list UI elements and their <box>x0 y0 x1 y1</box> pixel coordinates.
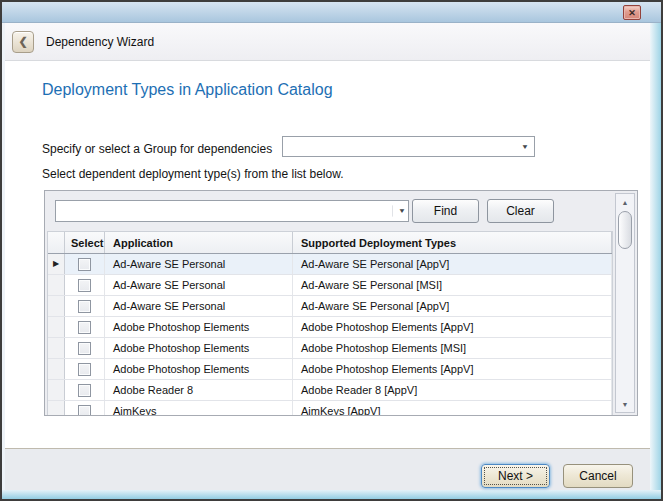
row-application: AimKeys <box>105 401 293 415</box>
row-select-cell <box>65 380 105 400</box>
row-checkbox[interactable] <box>78 300 91 313</box>
row-indicator-icon: ▶ <box>53 260 59 268</box>
row-indicator-cell <box>48 380 65 400</box>
row-select-cell <box>65 338 105 358</box>
row-deployment-type: Ad-Aware SE Personal [AppV] <box>293 296 612 316</box>
table-row[interactable]: ▶ Ad-Aware SE Personal Ad-Aware SE Perso… <box>48 254 612 275</box>
row-checkbox[interactable] <box>78 363 91 376</box>
table-row[interactable]: Adobe Photoshop Elements Adobe Photoshop… <box>48 317 612 338</box>
row-indicator-cell <box>48 317 65 337</box>
row-checkbox[interactable] <box>78 384 91 397</box>
chevron-left-icon: ❮ <box>18 35 27 48</box>
row-application: Adobe Photoshop Elements <box>105 338 293 358</box>
row-deployment-type: Adobe Photoshop Elements [AppV] <box>293 317 612 337</box>
table-row[interactable]: Ad-Aware SE Personal Ad-Aware SE Persona… <box>48 275 612 296</box>
row-select-cell <box>65 275 105 295</box>
clear-button[interactable]: Clear <box>487 199 554 223</box>
back-button[interactable]: ❮ <box>12 31 34 53</box>
window-frame-right <box>650 23 661 499</box>
deployment-types-panel: ▼ Find Clear Select Application Supporte… <box>44 190 638 416</box>
row-deployment-type: Ad-Aware SE Personal [AppV] <box>293 254 612 274</box>
row-select-cell <box>65 296 105 316</box>
row-application: Adobe Photoshop Elements <box>105 359 293 379</box>
row-application: Ad-Aware SE Personal <box>105 296 293 316</box>
window-frame-bottom <box>2 490 661 499</box>
row-indicator-cell: ▶ <box>48 254 65 274</box>
chevron-down-icon[interactable]: ▼ <box>392 205 406 216</box>
row-deployment-type: Ad-Aware SE Personal [MSI] <box>293 275 612 295</box>
column-header-select[interactable]: Select <box>65 232 105 253</box>
table-row[interactable]: Adobe Photoshop Elements Adobe Photoshop… <box>48 359 612 380</box>
cancel-button[interactable]: Cancel <box>563 464 633 488</box>
row-indicator-cell <box>48 401 65 415</box>
deployment-grid: Select Application Supported Deployment … <box>47 231 613 415</box>
wizard-header: ❮ Dependency Wizard <box>5 23 650 61</box>
row-application: Ad-Aware SE Personal <box>105 275 293 295</box>
row-checkbox[interactable] <box>78 279 91 292</box>
window-body: ❮ Dependency Wizard Deployment Types in … <box>5 23 650 490</box>
column-header-application[interactable]: Application <box>105 232 293 253</box>
row-application: Adobe Photoshop Elements <box>105 317 293 337</box>
row-checkbox[interactable] <box>78 405 91 416</box>
triangle-up-icon: ▲ <box>622 199 629 206</box>
row-deployment-type: Adobe Photoshop Elements [AppV] <box>293 359 612 379</box>
row-application: Adobe Reader 8 <box>105 380 293 400</box>
wizard-title: Dependency Wizard <box>46 35 154 49</box>
list-instruction-label: Select dependent deployment type(s) from… <box>42 167 344 181</box>
row-checkbox[interactable] <box>78 342 91 355</box>
table-row[interactable]: AimKeys AimKeys [AppV] <box>48 401 612 415</box>
row-deployment-type: Adobe Reader 8 [AppV] <box>293 380 612 400</box>
scroll-down-button[interactable]: ▼ <box>616 396 634 412</box>
row-select-cell <box>65 359 105 379</box>
group-combo[interactable]: ▼ <box>282 136 535 157</box>
row-select-cell <box>65 254 105 274</box>
titlebar[interactable]: ✕ <box>2 2 661 23</box>
scroll-up-button[interactable]: ▲ <box>616 194 634 210</box>
table-row[interactable]: Adobe Reader 8 Adobe Reader 8 [AppV] <box>48 380 612 401</box>
page-heading: Deployment Types in Application Catalog <box>42 81 333 99</box>
next-button[interactable]: Next > <box>481 464 550 488</box>
row-application: Ad-Aware SE Personal <box>105 254 293 274</box>
grid-header-row: Select Application Supported Deployment … <box>48 232 612 254</box>
row-deployment-type: Adobe Photoshop Elements [MSI] <box>293 338 612 358</box>
table-row[interactable]: Adobe Photoshop Elements Adobe Photoshop… <box>48 338 612 359</box>
find-button[interactable]: Find <box>412 199 479 223</box>
row-indicator-cell <box>48 296 65 316</box>
column-header-deployment-types[interactable]: Supported Deployment Types <box>293 232 612 253</box>
row-select-cell <box>65 401 105 415</box>
dependency-wizard-window: ✕ ❮ Dependency Wizard Deployment Types i… <box>0 0 663 501</box>
row-select-cell <box>65 317 105 337</box>
row-deployment-type: AimKeys [AppV] <box>293 401 612 415</box>
table-row[interactable]: Ad-Aware SE Personal Ad-Aware SE Persona… <box>48 296 612 317</box>
column-header-indicator <box>48 232 65 253</box>
close-button[interactable]: ✕ <box>623 5 641 20</box>
row-indicator-cell <box>48 359 65 379</box>
vertical-scrollbar[interactable]: ▲ ▼ <box>615 193 635 413</box>
row-checkbox[interactable] <box>78 258 91 271</box>
chevron-down-icon[interactable]: ▼ <box>521 143 529 149</box>
triangle-down-icon: ▼ <box>622 401 629 408</box>
row-checkbox[interactable] <box>78 321 91 334</box>
search-combo[interactable]: ▼ <box>55 200 409 222</box>
table-body: ▶ Ad-Aware SE Personal Ad-Aware SE Perso… <box>48 254 612 415</box>
footer-bar: Next > Cancel <box>5 448 650 490</box>
row-indicator-cell <box>48 275 65 295</box>
row-indicator-cell <box>48 338 65 358</box>
scrollbar-thumb[interactable] <box>618 211 632 249</box>
group-dependencies-label: Specify or select a Group for dependenci… <box>42 139 272 160</box>
close-icon: ✕ <box>628 8 636 18</box>
